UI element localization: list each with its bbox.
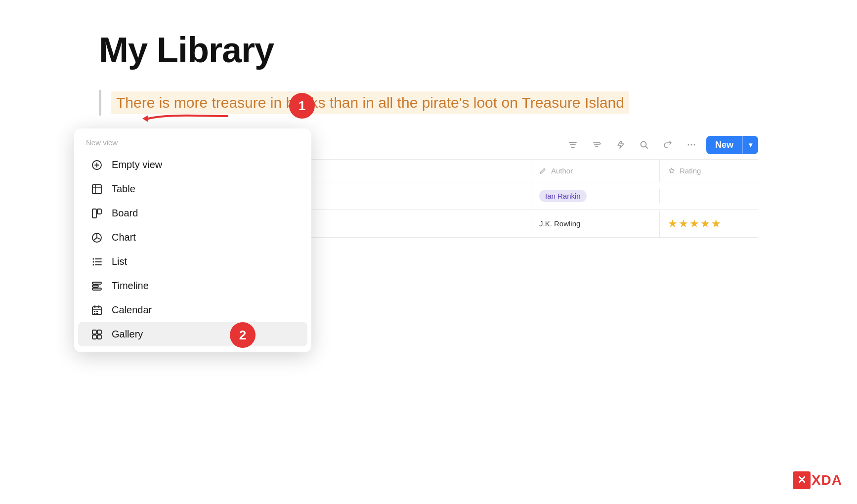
- row-rating-2: ★★★★★: [659, 210, 758, 237]
- annotation-badge-1: 1: [289, 93, 315, 119]
- menu-label-gallery: Gallery: [112, 329, 143, 340]
- svg-rect-41: [97, 335, 101, 339]
- menu-label-empty: Empty view: [112, 159, 162, 170]
- share-button[interactable]: [659, 136, 677, 154]
- new-btn-dropdown-arrow[interactable]: ▾: [743, 137, 758, 153]
- svg-point-25: [93, 261, 94, 262]
- menu-item-gallery[interactable]: Gallery: [78, 322, 307, 346]
- svg-point-11: [693, 144, 695, 146]
- svg-marker-42: [142, 115, 148, 122]
- gallery-icon: [90, 329, 104, 340]
- svg-rect-37: [96, 313, 98, 314]
- automation-button[interactable]: [611, 136, 629, 154]
- board-icon: [90, 208, 104, 219]
- author-plain-2: J.K. Rowling: [539, 219, 580, 228]
- svg-rect-27: [92, 282, 101, 284]
- menu-label-timeline: Timeline: [112, 280, 149, 292]
- svg-rect-19: [97, 209, 101, 214]
- svg-rect-29: [92, 288, 101, 290]
- quote-border: [99, 90, 101, 116]
- menu-section-label: New view: [74, 136, 311, 153]
- menu-item-chart[interactable]: Chart: [78, 225, 307, 250]
- more-button[interactable]: [683, 136, 700, 154]
- xda-box: ✕: [793, 471, 811, 489]
- row-author-1: Ian Rankin: [531, 183, 659, 209]
- svg-point-7: [641, 142, 646, 147]
- svg-point-9: [687, 144, 689, 146]
- search-button[interactable]: [635, 136, 653, 154]
- xda-logo: ✕ XDA: [793, 471, 842, 489]
- menu-label-table: Table: [112, 183, 135, 195]
- annotation-badge-2: 2: [230, 322, 256, 348]
- calendar-icon: [90, 305, 104, 316]
- col-header-rating: Rating: [659, 160, 758, 182]
- plus-icon: [90, 160, 104, 170]
- xda-text: XDA: [812, 472, 842, 488]
- toolbar-right: New ▾: [564, 136, 758, 154]
- list-icon: [90, 256, 104, 267]
- rating-stars-2: ★★★★★: [668, 217, 722, 230]
- chart-icon: [90, 232, 104, 243]
- menu-item-calendar[interactable]: Calendar: [78, 298, 307, 322]
- menu-item-empty[interactable]: Empty view: [78, 153, 307, 177]
- svg-rect-38: [92, 330, 96, 334]
- menu-item-list[interactable]: List: [78, 250, 307, 274]
- menu-label-board: Board: [112, 208, 138, 219]
- filter-button[interactable]: [564, 136, 582, 154]
- svg-point-26: [93, 264, 94, 265]
- svg-line-8: [645, 147, 647, 149]
- svg-point-24: [93, 258, 94, 259]
- svg-rect-34: [94, 311, 95, 312]
- menu-item-board[interactable]: Board: [78, 201, 307, 225]
- menu-item-timeline[interactable]: Timeline: [78, 274, 307, 298]
- svg-rect-40: [92, 335, 96, 339]
- author-tag-1: Ian Rankin: [539, 190, 587, 202]
- svg-rect-36: [94, 313, 95, 314]
- svg-rect-39: [97, 330, 101, 334]
- new-button-label: New: [706, 136, 742, 154]
- svg-point-10: [690, 144, 692, 146]
- svg-rect-15: [92, 185, 101, 194]
- new-view-dropdown: New view Empty view Table: [74, 128, 311, 352]
- svg-rect-28: [92, 285, 98, 287]
- row-rating-1: [659, 189, 758, 203]
- svg-rect-18: [92, 209, 96, 218]
- col-header-author: Author: [531, 160, 659, 182]
- timeline-icon: [90, 281, 104, 292]
- menu-item-table[interactable]: Table: [78, 177, 307, 201]
- svg-rect-35: [96, 311, 98, 312]
- sort-button[interactable]: [588, 136, 605, 154]
- table-icon: [90, 184, 104, 195]
- menu-label-calendar: Calendar: [112, 304, 152, 316]
- row-author-2: J.K. Rowling: [531, 212, 659, 235]
- menu-label-chart: Chart: [112, 232, 136, 243]
- page-title: My Library: [0, 0, 857, 85]
- new-button[interactable]: New ▾: [706, 136, 758, 154]
- menu-label-list: List: [112, 256, 127, 267]
